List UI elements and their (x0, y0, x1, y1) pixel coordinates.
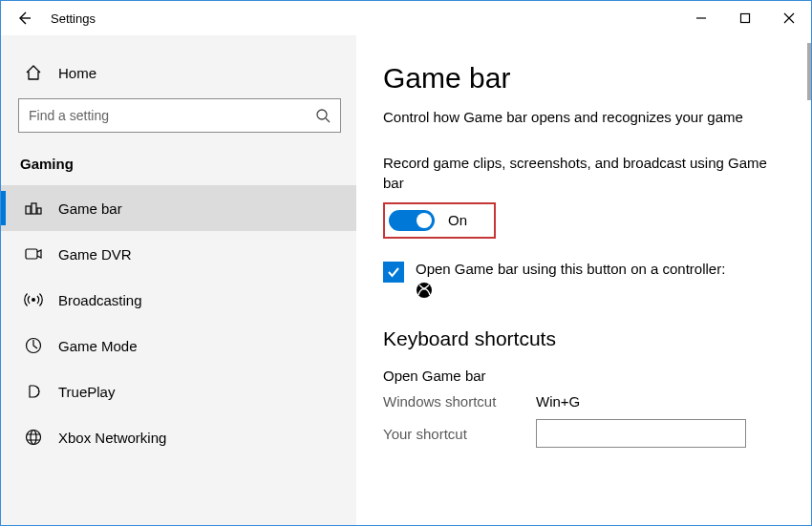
nav-item-label: TruePlay (58, 384, 115, 400)
nav-list: Game bar Game DVR Broadcasting (1, 185, 356, 460)
svg-point-8 (38, 390, 40, 392)
toggle-state-text: On (448, 212, 467, 228)
toggle-highlight-box: On (383, 202, 496, 239)
home-label: Home (58, 65, 96, 81)
your-shortcut-label: Your shortcut (383, 426, 536, 442)
toggle-label: Record game clips, screenshots, and broa… (383, 154, 775, 193)
svg-point-11 (27, 431, 41, 445)
shortcut-group: Open Game bar Windows shortcut Win+G You… (383, 368, 784, 448)
broadcasting-icon (24, 290, 43, 309)
svg-point-13 (417, 283, 432, 298)
sidebar: Home Gaming Game bar (1, 35, 356, 525)
svg-rect-4 (37, 208, 41, 214)
nav-item-label: Game DVR (58, 246, 132, 263)
record-toggle[interactable] (389, 210, 435, 231)
nav-item-trueplay[interactable]: TruePlay (1, 368, 356, 414)
toggle-knob (417, 213, 432, 228)
windows-shortcut-value: Win+G (536, 393, 580, 410)
maximize-button[interactable] (723, 1, 767, 35)
back-arrow-icon (15, 10, 32, 27)
nav-item-label: Xbox Networking (58, 430, 166, 446)
shortcuts-heading: Keyboard shortcuts (383, 327, 784, 350)
search-box[interactable] (18, 98, 341, 133)
svg-point-10 (37, 394, 39, 396)
content-panel: Game bar Control how Game bar opens and … (356, 35, 811, 525)
minimize-icon (695, 12, 707, 24)
nav-item-game-mode[interactable]: Game Mode (1, 323, 356, 368)
nav-item-label: Broadcasting (58, 292, 142, 308)
home-link[interactable]: Home (1, 56, 356, 89)
svg-point-1 (317, 110, 327, 119)
svg-point-9 (37, 388, 39, 389)
nav-item-game-bar[interactable]: Game bar (1, 185, 356, 231)
xbox-networking-icon (24, 428, 43, 447)
close-icon (783, 12, 795, 24)
scrollbar-thumb[interactable] (807, 43, 811, 100)
back-button[interactable] (11, 5, 37, 32)
svg-point-12 (31, 431, 36, 445)
nav-item-broadcasting[interactable]: Broadcasting (1, 277, 356, 323)
nav-item-label: Game Mode (58, 338, 138, 354)
nav-item-xbox-networking[interactable]: Xbox Networking (1, 414, 356, 460)
game-mode-icon (24, 336, 43, 355)
game-bar-icon (24, 199, 43, 218)
checkbox-label: Open Game bar using this button on a con… (416, 260, 725, 279)
page-description: Control how Game bar opens and recognize… (383, 108, 775, 127)
search-input[interactable] (29, 108, 315, 123)
game-dvr-icon (24, 244, 43, 263)
check-icon (386, 264, 401, 280)
controller-checkbox[interactable] (383, 262, 404, 283)
svg-rect-3 (32, 203, 36, 214)
page-title: Game bar (383, 62, 784, 95)
nav-item-game-dvr[interactable]: Game DVR (1, 231, 356, 277)
svg-rect-0 (741, 14, 750, 23)
svg-rect-2 (26, 206, 31, 214)
home-icon (24, 64, 43, 81)
your-shortcut-input[interactable] (536, 419, 746, 448)
close-button[interactable] (767, 1, 811, 35)
xbox-guide-icon (416, 282, 725, 299)
trueplay-icon (24, 382, 43, 401)
svg-rect-5 (26, 249, 37, 259)
maximize-icon (739, 12, 751, 24)
titlebar: Settings (1, 1, 811, 35)
search-icon (315, 108, 331, 123)
shortcut-group-title: Open Game bar (383, 368, 784, 384)
minimize-button[interactable] (679, 1, 723, 35)
window-title: Settings (51, 11, 679, 26)
svg-point-6 (32, 298, 35, 302)
category-label: Gaming (1, 146, 356, 185)
windows-shortcut-label: Windows shortcut (383, 393, 536, 410)
nav-item-label: Game bar (58, 200, 122, 217)
